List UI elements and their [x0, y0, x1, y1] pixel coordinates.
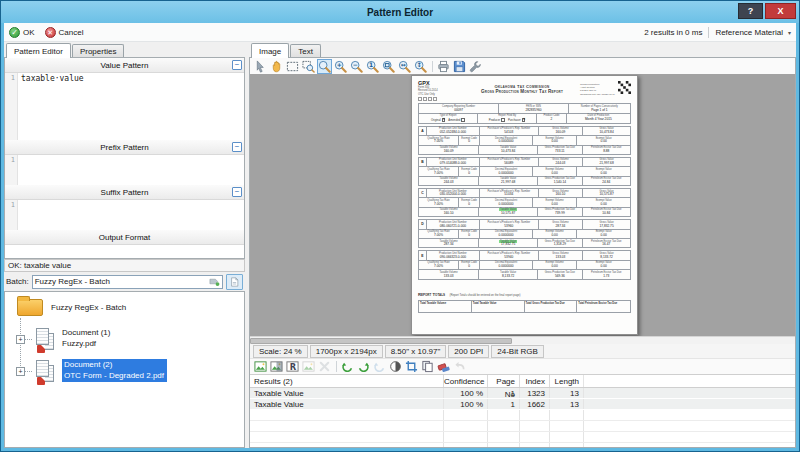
crop-icon[interactable] [405, 360, 418, 373]
form-cell: Exempt Code 0 [459, 136, 480, 144]
expand-icon[interactable]: + [16, 335, 25, 344]
prefix-pattern-editor[interactable]: 1 [5, 155, 244, 185]
scrollbar-thumb[interactable] [250, 338, 512, 344]
tab-properties[interactable]: Properties [72, 44, 124, 57]
form-cell: Company Reporting Number 00097 [419, 104, 499, 112]
recognition-zones-icon[interactable]: R [286, 360, 299, 373]
horizontal-scrollbar[interactable] [250, 336, 795, 344]
undo-disabled-icon[interactable] [453, 360, 466, 373]
close-button[interactable]: X [765, 3, 796, 19]
duplicate-page-icon[interactable] [421, 360, 434, 373]
rotate-cw-icon[interactable] [357, 360, 370, 373]
print-icon[interactable] [437, 60, 450, 73]
form-cell: Taxable Value 21,997.68 [479, 177, 538, 185]
tab-pattern-editor[interactable]: Pattern Editor [6, 43, 71, 58]
batch-tree: Fuzzy RegEx - Batch + Document (1) Fuzzy… [4, 291, 245, 448]
form-cell: Decimal Equivalent 0.0000000 [480, 261, 533, 269]
suffix-pattern-editor[interactable]: 1 [5, 200, 244, 230]
value-pattern-header: Value Pattern − [5, 58, 244, 73]
refresh-disabled-icon[interactable] [373, 360, 386, 373]
select-area-icon[interactable] [286, 60, 299, 73]
tree-node-label[interactable]: Document (1) Fuzzy.pdf [62, 327, 110, 349]
zoom-in-icon[interactable]: + [334, 60, 347, 73]
form-block: D Production Unit Number 080-060721-0-00… [418, 219, 631, 248]
batch-dropdown[interactable]: Fuzzy RegEx - Batch [32, 275, 223, 289]
zoom-fit-height-icon[interactable]: ↕ [414, 60, 427, 73]
column-header-page-no[interactable]: Page No [487, 375, 519, 387]
tab-image[interactable]: Image [251, 43, 289, 58]
viewer-tabs: Image Text [249, 42, 796, 57]
pointer-icon[interactable] [254, 60, 267, 73]
help-button[interactable]: ? [738, 3, 763, 19]
pdf-badge-icon [37, 377, 45, 385]
column-header-length[interactable]: Length [549, 375, 583, 387]
tax-form-page: GPX Form 300Revised 10-2014 OTC Use Only… [411, 75, 638, 335]
image-compare-icon[interactable] [270, 360, 283, 373]
form-cell: Gross Production Tax Due 739.99 [538, 208, 582, 216]
svg-text:−: − [353, 61, 358, 68]
cancel-button[interactable]: Cancel [45, 27, 84, 38]
suffix-pattern-header: Suffix Pattern − [5, 185, 244, 200]
value-pattern-editor[interactable]: 1 taxable·value [5, 73, 244, 140]
window-content: OK Cancel 2 results in 0 ms Reference Ma… [4, 23, 796, 448]
left-tabs: Pattern Editor Properties [4, 42, 245, 57]
save-icon[interactable] [453, 60, 466, 73]
pdf-document-icon[interactable] [35, 328, 57, 354]
view-batch-button[interactable] [226, 274, 243, 290]
form-cell: Gross Production Tax Due 1,540.14 [538, 177, 582, 185]
tree-root-label[interactable]: Fuzzy RegEx - Batch [51, 303, 126, 312]
form-cell: Production Unit Number 030-052004-0-000 [427, 189, 480, 197]
zoom-fit-page-icon[interactable] [382, 60, 395, 73]
results-status: 2 results in 0 ms [644, 28, 702, 37]
tree-node[interactable]: + Document (1) Fuzzy.pdf [5, 326, 244, 356]
form-cell: Production Unit Number 090-066323-0-000 [427, 251, 480, 259]
settings-icon[interactable] [469, 60, 482, 73]
zoom-out-icon[interactable]: − [350, 60, 363, 73]
image-status-bar: Scale: 24 % 1700px x 2194px 8.50" x 10.9… [250, 344, 795, 358]
image-detail-icon[interactable] [254, 360, 267, 373]
form-cell: Gross Volume 160.09 [539, 127, 583, 135]
form-cell: Petroleum Excise Tax Due 16.47 [583, 239, 631, 247]
magnifier-icon[interactable] [318, 60, 331, 73]
value-pattern-text[interactable]: taxable·value [18, 73, 84, 140]
form-cell: Taxable Volume 287.34 [419, 239, 479, 247]
hand-pan-icon[interactable] [270, 60, 283, 73]
form-cell: Decimal Equivalent 0.0000000 [480, 136, 533, 144]
tree-node[interactable]: + Document (2) OTC Form - Degraded 2.pdf [5, 358, 244, 388]
export-disabled-icon[interactable] [302, 360, 315, 373]
reference-material-button[interactable]: Reference Material ▾ [715, 28, 791, 37]
batch-selector-row: Batch: Fuzzy RegEx - Batch [4, 272, 245, 291]
expand-icon[interactable]: + [16, 367, 25, 376]
form-cell: Taxable Value 17,832.75 [479, 239, 538, 247]
zoom-actual-size-icon[interactable]: 1 [366, 60, 379, 73]
viewer-box: +−1↔↕ GPX Form 300Revised 10-2014 OTC Us… [249, 57, 796, 448]
prefix-pattern-text[interactable] [18, 155, 21, 185]
pdf-document-icon[interactable] [35, 360, 57, 386]
result-row[interactable]: Taxable Value 100 % 1 1323 13 [250, 388, 795, 399]
form-cell: Gross Volume 287.34 [539, 220, 583, 228]
form-cell: Gross Value 10,473.84 [583, 127, 630, 135]
clean-borders-icon[interactable] [437, 360, 450, 373]
form-cell: Decimal Equivalent 0.0000000 [480, 167, 533, 175]
collapse-icon[interactable]: − [232, 142, 242, 152]
tree-node-label[interactable]: Document (2) OTC Form - Degraded 2.pdf [62, 359, 167, 382]
zoom-fit-width-icon[interactable]: ↔ [398, 60, 411, 73]
svg-text:1: 1 [369, 61, 373, 68]
image-viewer-canvas[interactable]: GPX Form 300Revised 10-2014 OTC Use Only… [250, 74, 795, 344]
rotate-ccw-icon[interactable] [341, 360, 354, 373]
ok-button[interactable]: OK [9, 27, 35, 38]
contrast-icon[interactable] [389, 360, 402, 373]
tab-text[interactable]: Text [290, 44, 321, 57]
column-header-confidence[interactable]: Confidence [443, 375, 487, 387]
column-header-index[interactable]: Index [519, 375, 549, 387]
collapse-icon[interactable]: − [232, 187, 242, 197]
collapse-icon[interactable]: − [232, 60, 242, 70]
form-header-fields: Company Reporting Number 00097 FEIN or S… [418, 103, 631, 124]
form-cell: Taxable Value 10,473.84 [479, 146, 538, 154]
delete-disabled-icon[interactable] [318, 360, 331, 373]
batch-folder-icon[interactable] [17, 299, 43, 316]
zoom-region-icon[interactable] [302, 60, 315, 73]
result-row[interactable]: Taxable Value 100 % 1 1662 13 [250, 399, 795, 410]
form-address: Gross ProductionAudit SectionPO Box 2694… [580, 80, 618, 101]
suffix-pattern-text[interactable] [18, 200, 21, 230]
